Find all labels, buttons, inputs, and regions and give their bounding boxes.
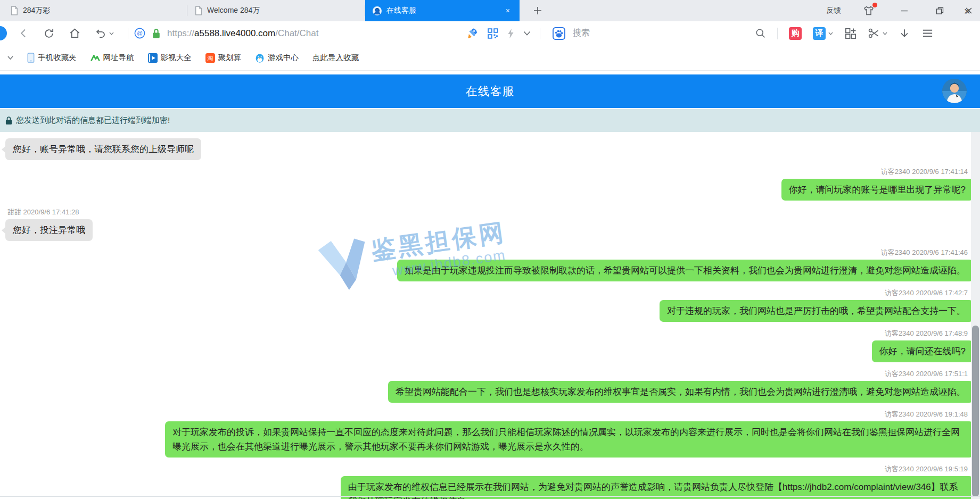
game-icon: [255, 53, 265, 63]
message-timestamp: 访客2340 2020/9/6 19:1:48: [5, 410, 973, 419]
chat-message-row: 访客2340 2020/9/6 17:41:14你好，请问玩家的账号是哪里出现了…: [5, 168, 973, 201]
chevron-down-icon: [883, 32, 887, 35]
bookmark-item[interactable]: 淘聚划算: [205, 53, 242, 63]
chat-bubble: 如果是由于玩家违规投注而导致被限制取款的话，希望贵网站可以提供一下相关资料，我们…: [397, 260, 973, 281]
message-timestamp: 访客2340 2020/9/6 17:51:1: [5, 370, 973, 378]
page-favicon-icon: [11, 6, 18, 15]
lock-icon: [5, 116, 12, 125]
message-timestamp: 访客2340 2020/9/6 17:41:46: [5, 248, 973, 257]
bookmark-label: 点此导入收藏: [312, 53, 359, 63]
chat-bubble: 您好，投注异常哦: [5, 219, 93, 241]
tab-online-service-active[interactable]: 在线客服 ×: [365, 0, 520, 21]
tab-bar: 284万彩 Welcome 284万 在线客服 × 反馈: [0, 0, 980, 21]
tab-close-icon[interactable]: ×: [504, 6, 512, 15]
toolbar-right-group: 购 译: [755, 21, 934, 45]
chat-bubble: 您好，账号异常哦，请您联系您的上级导师呢: [5, 138, 201, 160]
screenshot-scissors-button[interactable]: [868, 27, 887, 39]
bookmark-item[interactable]: 影视大全: [148, 53, 192, 63]
feedback-button[interactable]: 反馈: [826, 0, 841, 21]
chat-bubble: 对于玩家发布的投诉，如果贵网站保持一直不回应的态度来对待此问题，那么我们只能相信…: [165, 421, 973, 458]
search-input[interactable]: 搜索: [573, 28, 590, 39]
undo-button[interactable]: [95, 28, 114, 39]
chat-message-row: 甜甜 2020/9/6 17:41:28您好，投注异常哦: [5, 208, 973, 241]
encryption-notice-bar: 您发送到此对话的信息都已进行端到端加密!: [0, 109, 980, 132]
page-title: 在线客服: [466, 84, 515, 99]
tab-284wancai[interactable]: 284万彩: [3, 0, 186, 21]
home-button[interactable]: [69, 27, 81, 39]
menu-icon[interactable]: [921, 27, 934, 39]
bookmarks-bar: 手机收藏夹网址导航影视大全淘聚划算游戏中心点此导入收藏: [0, 45, 980, 71]
chat-message-row: 访客2340 2020/9/6 17:41:46如果是由于玩家违规投注而导致被限…: [5, 248, 973, 281]
bookmark-label: 游戏中心: [268, 53, 299, 63]
toolbar-divider: [777, 28, 778, 39]
download-icon[interactable]: [899, 28, 910, 39]
scrollbar-thumb[interactable]: [972, 326, 979, 497]
chat-message-row: 访客2340 2020/9/6 17:48:9你好，请问还在线吗?: [5, 329, 973, 362]
baidu-paw-icon: [553, 27, 565, 40]
input-area-divider: [0, 496, 980, 497]
bookmark-label: 聚划算: [218, 53, 242, 63]
minimize-button[interactable]: [891, 0, 918, 21]
nav-2345-icon: [90, 53, 100, 63]
address-action-group: [466, 21, 540, 45]
translate-badge: 译: [813, 27, 826, 40]
refresh-button[interactable]: [43, 28, 55, 39]
chevron-down-icon: [109, 32, 114, 35]
tab-label: 在线客服: [386, 6, 416, 15]
bookmark-item[interactable]: 网址导航: [90, 53, 134, 63]
restore-button[interactable]: [926, 0, 953, 21]
nav-button-group: [18, 21, 128, 45]
url-text[interactable]: https://a5588.live4000.com/Chat/Chat: [167, 28, 318, 39]
message-timestamp: 访客2340 2020/9/6 17:41:14: [5, 168, 973, 176]
bookmark-label: 网址导航: [103, 53, 134, 63]
bookmark-item[interactable]: 点此导入收藏: [312, 53, 359, 63]
chat-bubble: 你好，请问还在线吗?: [872, 340, 973, 362]
svg-text:淘: 淘: [207, 55, 213, 61]
site-shield-icon[interactable]: @: [134, 28, 145, 39]
chat-bubble: 对于违规的玩家，我们网站也是严厉打击的哦，希望贵网站配合支持一下。: [660, 300, 973, 322]
page-favicon-icon: [195, 6, 202, 15]
extensions-icon[interactable]: [844, 27, 857, 39]
search-icon[interactable]: [755, 28, 766, 39]
message-timestamp: 甜甜 2020/9/6 17:41:28: [5, 208, 973, 217]
tab-label: 284万彩: [23, 6, 50, 15]
taobao-icon: 淘: [205, 53, 215, 63]
page-header: 在线客服: [0, 74, 980, 108]
browser-window: 284万彩 Welcome 284万 在线客服 × 反馈: [0, 0, 980, 499]
svg-text:@: @: [137, 30, 143, 36]
url-path: /Chat/Chat: [275, 28, 318, 38]
bookmark-label: 影视大全: [161, 53, 192, 63]
chevron-down-icon[interactable]: [523, 31, 531, 36]
tab-welcome[interactable]: Welcome 284万: [187, 0, 364, 21]
address-bar[interactable]: @ https://a5588.live4000.com/Chat/Chat: [134, 21, 318, 45]
url-host: a5588.live4000.com: [194, 28, 275, 38]
scrollbar-track[interactable]: [971, 132, 980, 499]
chat-bubble: 希望贵网站能配合一下，我们也是想核实玩家发布的维权事宜是否属实，如果有内情，我们…: [388, 381, 973, 403]
message-timestamp: 访客2340 2020/9/6 17:42:7: [5, 289, 973, 297]
chat-message-row: 您好，账号异常哦，请您联系您的上级导师呢: [5, 138, 973, 160]
chat-bubble: 你好，请问玩家的账号是哪里出现了异常呢?: [781, 179, 973, 201]
back-button[interactable]: [18, 28, 29, 39]
notice-close-icon[interactable]: ×: [962, 4, 973, 18]
service-agent-avatar: [942, 79, 967, 103]
translate-button[interactable]: 译: [813, 27, 833, 40]
shopping-button[interactable]: 购: [789, 27, 802, 40]
bookmark-item[interactable]: 手机收藏夹: [27, 53, 77, 63]
chevron-down-icon: [828, 32, 833, 35]
secure-lock-icon[interactable]: [152, 28, 161, 39]
qr-code-icon[interactable]: [488, 28, 498, 39]
search-box[interactable]: 搜索: [553, 21, 590, 45]
url-scheme: https://: [167, 28, 194, 38]
encryption-notice-text: 您发送到此对话的信息都已进行端到端加密!: [16, 115, 170, 126]
skin-theme-button[interactable]: [862, 4, 876, 18]
toolbar-divider: [540, 28, 540, 39]
notification-dot: [872, 3, 877, 7]
bookmarks-chevron-icon[interactable]: [7, 56, 13, 60]
flash-speed-icon[interactable]: [507, 28, 514, 39]
chat-message-row: 访客2340 2020/9/6 17:42:7对于违规的玩家，我们网站也是严厉打…: [5, 289, 973, 322]
new-tab-button[interactable]: [530, 3, 545, 18]
bookmark-item[interactable]: 游戏中心: [255, 53, 299, 63]
chat-message-row: 访客2340 2020/9/6 17:51:1希望贵网站能配合一下，我们也是想核…: [5, 370, 973, 403]
rocket-boost-icon[interactable]: [466, 27, 479, 39]
phone-icon: [27, 53, 35, 63]
